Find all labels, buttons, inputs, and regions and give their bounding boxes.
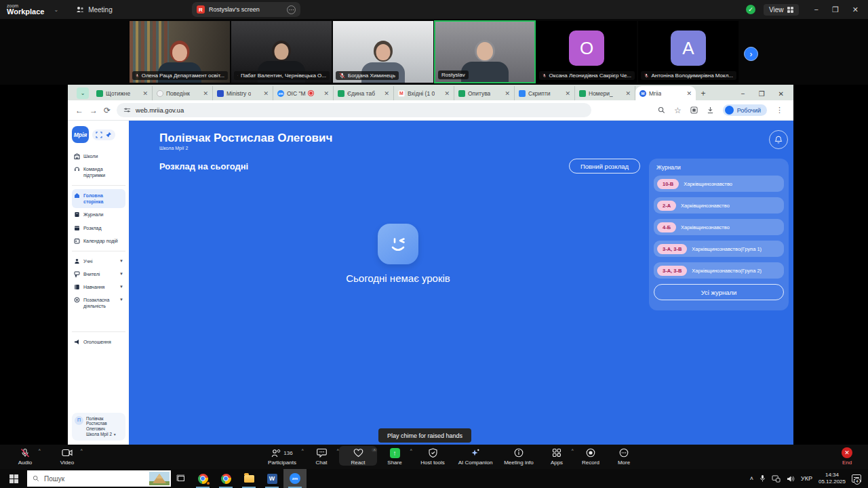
ai-companion-button[interactable]: AI Companion — [453, 446, 498, 466]
sidebar-item-schedule[interactable]: Розклад — [72, 222, 125, 235]
sidebar-item-schools[interactable]: Школи — [72, 150, 125, 163]
tab-close-icon[interactable]: ✕ — [203, 90, 208, 97]
all-journals-button[interactable]: Усі журнали — [654, 284, 784, 300]
sidebar-item-journals[interactable]: Журнали — [72, 208, 125, 221]
kebab-menu-icon[interactable]: ⋮ — [776, 106, 783, 115]
keyboard-language[interactable]: УКР — [801, 475, 812, 482]
sidebar-item-events-calendar[interactable]: Календар подій — [72, 235, 125, 247]
taskbar-chrome-2[interactable] — [214, 469, 237, 488]
tab-close-icon[interactable]: ✕ — [263, 90, 269, 97]
taskbar-zoom[interactable]: zm — [283, 469, 307, 488]
participants-button[interactable]: 136 Participants ˄ — [260, 446, 304, 466]
mriia-logo[interactable]: Мрія — [72, 126, 89, 143]
notifications-bell-button[interactable] — [769, 130, 788, 149]
video-tile[interactable]: Богдана Химинець — [332, 20, 434, 83]
bookmark-star-icon[interactable]: ☆ — [674, 106, 682, 115]
collapse-icon[interactable] — [96, 131, 102, 138]
address-bar[interactable]: web.mriia.gov.ua — [117, 103, 591, 117]
tab-close-icon[interactable]: ✕ — [505, 90, 510, 97]
tab-close-icon[interactable]: ✕ — [323, 90, 329, 97]
chevron-down-icon[interactable]: ⌄ — [54, 7, 58, 13]
journal-item[interactable]: 4-БХарківщинознавство — [654, 219, 784, 235]
tab-close-icon[interactable]: ✕ — [565, 90, 570, 97]
react-button[interactable]: React ˄ — [339, 446, 377, 466]
browser-tab-active[interactable]: MMriia✕ — [635, 86, 696, 100]
share-button[interactable]: ↑ Share ˄ — [377, 446, 412, 466]
avatar-tile[interactable]: A Антоніна Володимирівна Мокл... — [637, 20, 739, 83]
browser-tab[interactable]: Ministry o✕ — [213, 86, 273, 100]
record-button[interactable]: Record — [574, 446, 608, 466]
chat-button[interactable]: Chat ˄ — [304, 446, 339, 466]
sidebar-item-learning[interactable]: Навчання ▼ — [72, 281, 125, 293]
sidebar-item-teachers[interactable]: Вчителі ▼ — [72, 268, 125, 281]
tab-close-icon[interactable]: ✕ — [142, 90, 148, 97]
pin-icon[interactable] — [105, 131, 112, 138]
tray-expand-chevron[interactable]: ˄ — [750, 475, 753, 482]
chevron-up-icon[interactable]: ˄ — [372, 448, 377, 452]
host-tools-button[interactable]: Host tools — [412, 446, 453, 466]
tab-close-icon[interactable]: ✕ — [686, 90, 692, 97]
sidebar-item-home[interactable]: Головна сторінка — [72, 189, 125, 208]
forward-button[interactable]: → — [90, 106, 98, 115]
tab-meeting[interactable]: Meeting — [76, 6, 113, 14]
tab-groups-icon[interactable] — [690, 106, 698, 114]
next-participants-button[interactable]: › — [744, 47, 758, 61]
tab-close-icon[interactable]: ✕ — [444, 90, 450, 97]
task-view-button[interactable] — [171, 469, 191, 488]
browser-maximize-button[interactable]: ❐ — [759, 90, 765, 98]
browser-tab[interactable]: MВхідні (1 0✕ — [394, 86, 454, 100]
tray-volume-icon[interactable] — [787, 475, 795, 483]
taskbar-chrome-1[interactable] — [191, 469, 214, 488]
journal-item[interactable]: 3-А, 3-ВХарківщинознавство(Група 2) — [654, 262, 784, 279]
journal-item[interactable]: 10-ВХарківщинознавство — [654, 176, 784, 192]
browser-profile-chip[interactable]: Робочий — [723, 104, 767, 116]
browser-tab[interactable]: Поведінк✕ — [153, 86, 213, 100]
start-button[interactable] — [0, 469, 27, 488]
browser-minimize-button[interactable]: − — [741, 90, 745, 98]
tab-shared-screen[interactable]: R Rostyslav's screen ⋯ — [192, 2, 300, 17]
maximize-button[interactable]: ❐ — [832, 5, 839, 14]
apps-button[interactable]: Apps ˄ — [540, 446, 574, 466]
full-schedule-button[interactable]: Повний розклад — [569, 159, 640, 174]
tray-display-icon[interactable] — [772, 475, 781, 483]
sidebar-item-announcements[interactable]: Оголошення — [72, 336, 125, 348]
search-icon[interactable] — [658, 106, 665, 114]
browser-tab[interactable]: zmОІС "М✕ — [273, 86, 334, 100]
video-tile[interactable]: Пабат Валентин, Чернівецька О... — [231, 20, 332, 83]
tray-clock[interactable]: 14:34 05.12.2025 — [818, 472, 846, 485]
tray-mic-icon[interactable] — [760, 474, 766, 483]
audio-button[interactable]: Audio ˄ — [9, 446, 41, 466]
more-options-icon[interactable]: ⋯ — [287, 5, 296, 14]
back-button[interactable]: ← — [75, 106, 83, 115]
sidebar-controls[interactable] — [92, 129, 115, 140]
journal-item[interactable]: 2-АХарківщинознавство — [654, 197, 784, 214]
download-icon[interactable] — [707, 106, 714, 114]
browser-tab[interactable]: Опитува✕ — [454, 86, 515, 100]
video-tile-active-speaker[interactable]: Rostyslav — [434, 20, 536, 83]
sidebar-profile-card[interactable]: П Полівчак Ростислав Олегович Школа Мрії… — [72, 413, 125, 441]
video-tile[interactable]: Олена Раца Департамент освіт... — [129, 20, 231, 83]
security-shield-icon[interactable]: ✓ — [746, 5, 755, 14]
taskbar-word[interactable]: W — [260, 469, 283, 488]
video-button[interactable]: Video ˄ — [52, 446, 83, 466]
search-highlight-image[interactable] — [149, 472, 170, 485]
browser-tab[interactable]: Скрипти✕ — [515, 86, 575, 100]
browser-tab[interactable]: Єдина таб✕ — [334, 86, 394, 100]
close-button[interactable]: ✕ — [852, 5, 859, 14]
avatar-tile[interactable]: O Оксана Леонидівна Сакрієр Че... — [536, 20, 637, 83]
tab-close-icon[interactable]: ✕ — [384, 90, 389, 97]
sidebar-item-support-team[interactable]: Команда підтримки — [72, 163, 125, 182]
chevron-up-icon[interactable]: ˄ — [80, 448, 83, 452]
tab-close-icon[interactable]: ✕ — [625, 90, 631, 97]
reload-button[interactable]: ⟳ — [104, 106, 111, 115]
tab-search-chevron-icon[interactable]: ⌄ — [77, 87, 89, 99]
sidebar-item-extracurricular[interactable]: Позакласна діяльність ▼ — [72, 293, 125, 312]
taskbar-file-explorer[interactable] — [237, 469, 260, 488]
browser-tab[interactable]: Номери_✕ — [575, 86, 635, 100]
end-meeting-button[interactable]: ✕ End — [835, 446, 859, 466]
chevron-up-icon[interactable]: ˄ — [38, 448, 41, 452]
action-center-button[interactable]: 4 — [852, 474, 861, 483]
more-button[interactable]: More — [608, 446, 640, 466]
sidebar-item-students[interactable]: Учні ▼ — [72, 255, 125, 268]
browser-tab[interactable]: Щотижне✕ — [92, 86, 153, 100]
